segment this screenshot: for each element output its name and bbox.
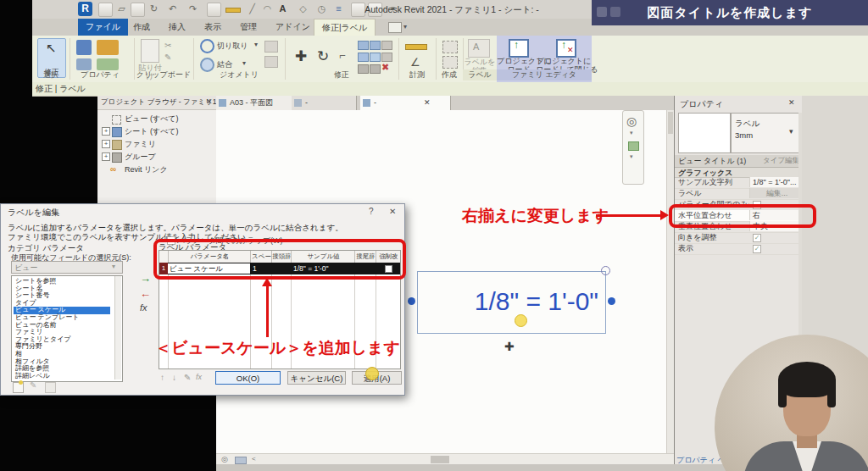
- zoom-region-icon[interactable]: [628, 141, 639, 151]
- caret-down-icon[interactable]: ▾: [789, 127, 793, 136]
- view-tab-active[interactable]: - ✕: [360, 96, 451, 110]
- edit-row-icon[interactable]: ✎: [184, 373, 191, 382]
- cut-small-icon[interactable]: ✂: [164, 41, 171, 50]
- geometry-panel-label[interactable]: ジオメトリ: [193, 69, 285, 80]
- cloud-markup-icon[interactable]: ◠: [261, 3, 274, 15]
- redo-icon[interactable]: ↷: [186, 3, 199, 15]
- load-close-line1[interactable]: プロジェクトに: [536, 57, 592, 65]
- scale-icon[interactable]: [370, 53, 381, 62]
- create-panel-label[interactable]: 作成: [436, 69, 463, 80]
- steering-wheel-icon[interactable]: ◎: [626, 114, 637, 128]
- prop-row-keep-readable[interactable]: 向きを調整 ✓: [675, 232, 798, 244]
- modify-panel-label[interactable]: 修正: [285, 69, 398, 80]
- tab-create[interactable]: 作成: [125, 19, 158, 36]
- ok-button[interactable]: OK(O): [215, 371, 281, 385]
- help-icon[interactable]: ?: [369, 207, 374, 216]
- rotate-icon[interactable]: ↻: [317, 47, 329, 65]
- caret-down-icon[interactable]: ▾: [630, 153, 633, 160]
- family-types-icon[interactable]: [97, 40, 119, 55]
- select-panel-label[interactable]: 選択: [32, 69, 70, 80]
- move-icon[interactable]: ✚: [295, 47, 307, 65]
- save-icon[interactable]: [131, 3, 145, 17]
- prop-row-sample-text[interactable]: サンプル文字列 1/8" = 1'-0"...: [675, 177, 798, 189]
- create-similar-icon[interactable]: [442, 56, 458, 69]
- tab-manage[interactable]: 管理: [232, 19, 264, 36]
- undo-icon[interactable]: ↶: [166, 3, 179, 15]
- load-close-project-icon[interactable]: ↑ ✕: [556, 39, 576, 58]
- load-line1[interactable]: プロジェクトに: [497, 57, 541, 65]
- measure-icon[interactable]: [225, 8, 241, 13]
- family-parameters-icon[interactable]: [97, 58, 119, 70]
- split-icon[interactable]: [381, 53, 392, 62]
- edit-label-button[interactable]: A: [468, 39, 490, 58]
- source-select[interactable]: ビュー ▾: [11, 261, 123, 274]
- prop-row-label[interactable]: ラベル 編集...: [675, 188, 798, 200]
- remove-parameter-arrow[interactable]: ←: [140, 287, 151, 300]
- tab-view[interactable]: 表示: [197, 19, 229, 36]
- clipboard-panel-label[interactable]: クリップボード: [134, 69, 193, 80]
- view3d-icon[interactable]: ◇: [297, 3, 309, 15]
- left-handle[interactable]: [408, 297, 415, 305]
- view-scale-label-text[interactable]: 1/8" = 1'-0": [418, 272, 605, 333]
- tab-file[interactable]: ファイル: [78, 19, 128, 36]
- load-project-icon[interactable]: ↑: [509, 39, 529, 58]
- label-selection-box[interactable]: 1/8" = 1'-0": [417, 271, 606, 334]
- array-icon[interactable]: [358, 53, 369, 62]
- copy-icon[interactable]: [370, 41, 381, 50]
- paint-icon[interactable]: [264, 41, 278, 53]
- modify-indicator-icon[interactable]: [388, 22, 402, 33]
- aligned-dimension-icon[interactable]: [405, 44, 427, 50]
- revit-logo-icon[interactable]: R: [78, 2, 92, 16]
- row-formula-icon[interactable]: fx: [196, 373, 202, 381]
- checkbox[interactable]: ✓: [753, 245, 761, 253]
- project-browser-header[interactable]: プロジェクト ブラウザ - ファミリ1 ✕: [97, 96, 216, 110]
- scroll-left-icon[interactable]: <: [252, 455, 256, 463]
- vertical-scrollbar[interactable]: [666, 110, 674, 453]
- family-editor-panel-label[interactable]: ファミリ エディタ: [497, 69, 592, 80]
- fields-list[interactable]: シートを参照 シート名 シート番号 タイプ ビュー スケール ビュー テンプレー…: [11, 275, 123, 382]
- new-window-icon[interactable]: [98, 3, 113, 17]
- demolish-icon[interactable]: [264, 56, 278, 68]
- close-icon[interactable]: ✕: [389, 207, 396, 216]
- rotate-handle[interactable]: [601, 266, 610, 275]
- add-parameter-arrow[interactable]: →: [140, 272, 151, 285]
- tab-insert[interactable]: 挿入: [161, 19, 193, 36]
- expand-icon[interactable]: +: [102, 127, 110, 136]
- close-icon[interactable]: ✕: [424, 96, 431, 110]
- edit-button[interactable]: 編集...: [749, 188, 801, 198]
- text-icon[interactable]: A: [276, 3, 289, 15]
- list-scrollbar[interactable]: [114, 276, 121, 380]
- print-icon[interactable]: [207, 3, 221, 17]
- create-group-icon[interactable]: [442, 41, 458, 53]
- pan-icon[interactable]: ◎: [221, 455, 228, 463]
- caret-down-icon[interactable]: ▾: [242, 59, 246, 67]
- caret-down-icon[interactable]: ▾: [254, 41, 258, 48]
- close-icon[interactable]: ✕: [788, 98, 795, 107]
- open-icon[interactable]: ▱: [115, 3, 128, 15]
- type-edit-button[interactable]: タイプ編集: [763, 156, 799, 166]
- cut-geometry-icon[interactable]: [200, 39, 214, 53]
- prop-row-visible[interactable]: 表示 ✓: [675, 243, 798, 255]
- checkbox[interactable]: ✓: [753, 234, 761, 242]
- paste-icon[interactable]: [141, 39, 159, 63]
- caret-down-icon[interactable]: ▾: [630, 130, 633, 136]
- move-row-down-icon[interactable]: ↓: [172, 373, 176, 382]
- right-handle[interactable]: [608, 297, 615, 305]
- view-tab-2[interactable]: -: [292, 96, 357, 110]
- field-option[interactable]: 専門分野: [14, 343, 110, 351]
- scrollbar-thumb[interactable]: [668, 112, 673, 134]
- measure-angle-icon[interactable]: ∠: [410, 56, 420, 69]
- expand-icon[interactable]: +: [102, 152, 110, 161]
- cancel-button[interactable]: キャンセル(C): [287, 371, 346, 385]
- expand-icon[interactable]: +: [102, 140, 110, 148]
- close-icon[interactable]: ✕: [206, 97, 213, 106]
- label-panel-label[interactable]: ラベル: [463, 69, 497, 80]
- properties-icon[interactable]: [76, 40, 92, 55]
- field-option[interactable]: 詳細レベル: [14, 373, 110, 380]
- measure-panel-label[interactable]: 計測: [398, 69, 436, 80]
- move-row-up-icon[interactable]: ↑: [160, 373, 164, 382]
- trim-icon[interactable]: [381, 41, 392, 50]
- screen-icon[interactable]: [235, 457, 247, 464]
- tab-modify-label-active[interactable]: 修正|ラベル: [314, 19, 376, 36]
- tab-addins[interactable]: アドイン: [268, 19, 318, 36]
